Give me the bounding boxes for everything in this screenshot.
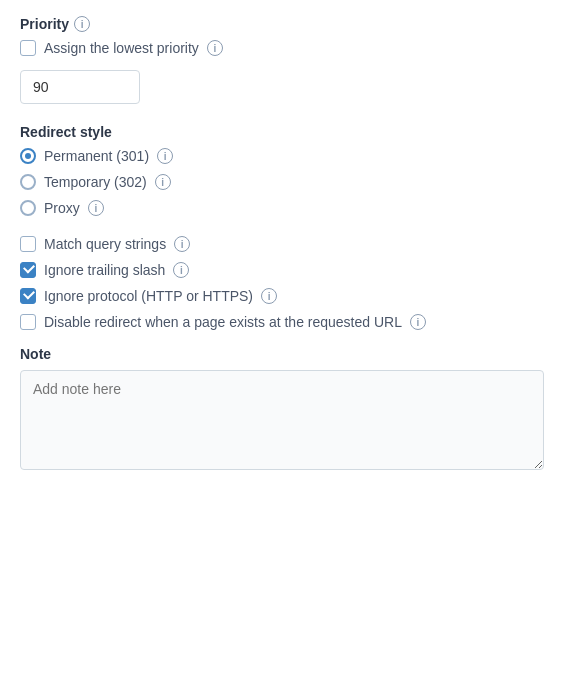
disable-redirect-checkbox[interactable] xyxy=(20,314,36,330)
proxy-label: Proxy xyxy=(44,200,80,216)
ignore-protocol-label: Ignore protocol (HTTP or HTTPS) xyxy=(44,288,253,304)
temporary-label: Temporary (302) xyxy=(44,174,147,190)
redirect-style-label: Redirect style xyxy=(20,124,544,140)
priority-section: Priority i Assign the lowest priority i xyxy=(20,16,544,124)
proxy-radio-row: Proxy i xyxy=(20,200,544,216)
match-query-label: Match query strings xyxy=(44,236,166,252)
redirect-style-section: Redirect style Permanent (301) i Tempora… xyxy=(20,124,544,216)
ignore-protocol-info-icon[interactable]: i xyxy=(261,288,277,304)
permanent-radio-row: Permanent (301) i xyxy=(20,148,544,164)
disable-redirect-label: Disable redirect when a page exists at t… xyxy=(44,314,402,330)
match-query-row: Match query strings i xyxy=(20,236,544,252)
proxy-radio[interactable] xyxy=(20,200,36,216)
priority-input[interactable] xyxy=(20,70,140,104)
permanent-info-icon[interactable]: i xyxy=(157,148,173,164)
disable-redirect-row: Disable redirect when a page exists at t… xyxy=(20,314,544,330)
proxy-info-icon[interactable]: i xyxy=(88,200,104,216)
lowest-priority-label: Assign the lowest priority xyxy=(44,40,199,56)
priority-label: Priority i xyxy=(20,16,544,32)
ignore-trailing-checkbox[interactable] xyxy=(20,262,36,278)
ignore-protocol-checkbox[interactable] xyxy=(20,288,36,304)
temporary-radio[interactable] xyxy=(20,174,36,190)
ignore-trailing-label: Ignore trailing slash xyxy=(44,262,165,278)
note-label: Note xyxy=(20,346,544,362)
match-query-checkbox[interactable] xyxy=(20,236,36,252)
lowest-priority-checkbox[interactable] xyxy=(20,40,36,56)
temporary-radio-row: Temporary (302) i xyxy=(20,174,544,190)
options-section: Match query strings i Ignore trailing sl… xyxy=(20,236,544,330)
lowest-priority-row: Assign the lowest priority i xyxy=(20,40,544,56)
disable-redirect-info-icon[interactable]: i xyxy=(410,314,426,330)
ignore-trailing-info-icon[interactable]: i xyxy=(173,262,189,278)
note-textarea[interactable] xyxy=(20,370,544,470)
match-query-info-icon[interactable]: i xyxy=(174,236,190,252)
ignore-protocol-row: Ignore protocol (HTTP or HTTPS) i xyxy=(20,288,544,304)
priority-info-icon[interactable]: i xyxy=(74,16,90,32)
ignore-trailing-row: Ignore trailing slash i xyxy=(20,262,544,278)
permanent-radio[interactable] xyxy=(20,148,36,164)
note-section: Note xyxy=(20,346,544,473)
permanent-label: Permanent (301) xyxy=(44,148,149,164)
lowest-priority-info-icon[interactable]: i xyxy=(207,40,223,56)
temporary-info-icon[interactable]: i xyxy=(155,174,171,190)
